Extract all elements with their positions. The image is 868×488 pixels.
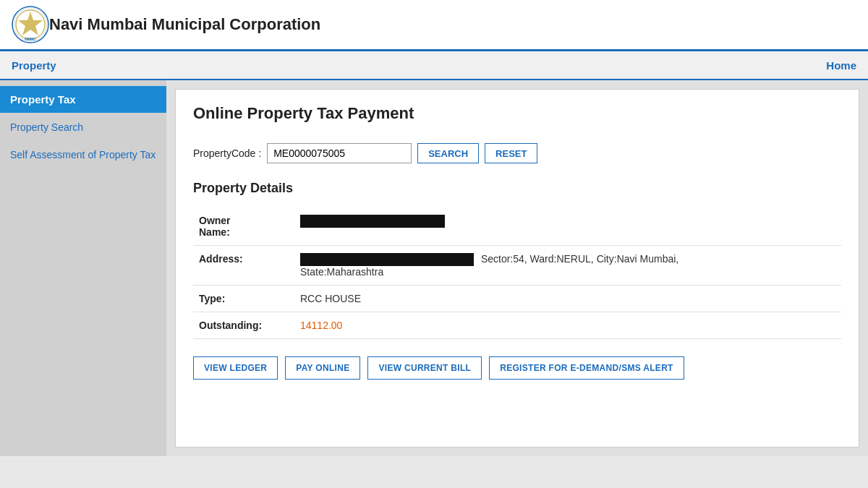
owner-name-label: OwnerName: [193, 207, 294, 246]
main-layout: Property Tax Property Search Self Assess… [0, 80, 868, 456]
table-row: Outstanding: 14112.00 [193, 312, 841, 339]
property-details-title: Property Details [193, 181, 841, 196]
svg-text:NMMC: NMMC [25, 37, 36, 41]
outstanding-value: 14112.00 [294, 312, 841, 339]
type-label: Type: [193, 286, 294, 312]
property-code-label: PropertyCode : [193, 147, 261, 159]
address-state: State:Maharashtra [300, 266, 383, 278]
sidebar-item-property-search[interactable]: Property Search [0, 114, 166, 140]
navbar-home-link[interactable]: Home [826, 59, 856, 72]
owner-name-value [294, 207, 841, 246]
table-row: Type: RCC HOUSE [193, 286, 841, 312]
navbar-property-link[interactable]: Property [12, 59, 56, 72]
action-buttons-row: VIEW LEDGER PAY ONLINE VIEW CURRENT BILL… [193, 356, 841, 380]
table-row: OwnerName: [193, 207, 841, 246]
property-details-table: OwnerName: Address: Sector:54, Ward:NERU… [193, 207, 841, 339]
page-header: NMMC Navi Mumbai Municipal Corporation [0, 0, 868, 51]
view-current-bill-button[interactable]: VIEW CURRENT BILL [367, 356, 482, 380]
nmmc-logo-icon: NMMC [12, 6, 49, 43]
address-value: Sector:54, Ward:NERUL, City:Navi Mumbai,… [294, 246, 841, 286]
register-edemand-button[interactable]: REGISTER FOR E-DEMAND/SMS ALERT [489, 356, 684, 380]
sidebar-item-self-assessment[interactable]: Self Assessment of Property Tax [0, 142, 166, 168]
reset-button[interactable]: RESET [485, 143, 537, 163]
content-area: Online Property Tax Payment PropertyCode… [175, 89, 859, 448]
table-row: Address: Sector:54, Ward:NERUL, City:Nav… [193, 246, 841, 286]
sidebar: Property Tax Property Search Self Assess… [0, 80, 166, 456]
type-value: RCC HOUSE [294, 286, 841, 312]
address-text: Sector:54, Ward:NERUL, City:Navi Mumbai, [481, 253, 678, 265]
address-label: Address: [193, 246, 294, 286]
view-ledger-button[interactable]: VIEW LEDGER [193, 356, 278, 380]
address-redacted [300, 253, 474, 266]
org-title: Navi Mumbai Municipal Corporation [49, 15, 320, 34]
navbar: Property Home [0, 51, 868, 80]
pay-online-button[interactable]: PAY ONLINE [285, 356, 360, 380]
sidebar-item-property-tax[interactable]: Property Tax [0, 86, 166, 113]
owner-name-redacted [300, 215, 445, 228]
property-code-input[interactable] [267, 143, 412, 163]
search-button[interactable]: SEARCH [417, 143, 479, 163]
outstanding-label: Outstanding: [193, 312, 294, 339]
page-title: Online Property Tax Payment [193, 104, 841, 129]
search-row: PropertyCode : SEARCH RESET [193, 143, 841, 163]
